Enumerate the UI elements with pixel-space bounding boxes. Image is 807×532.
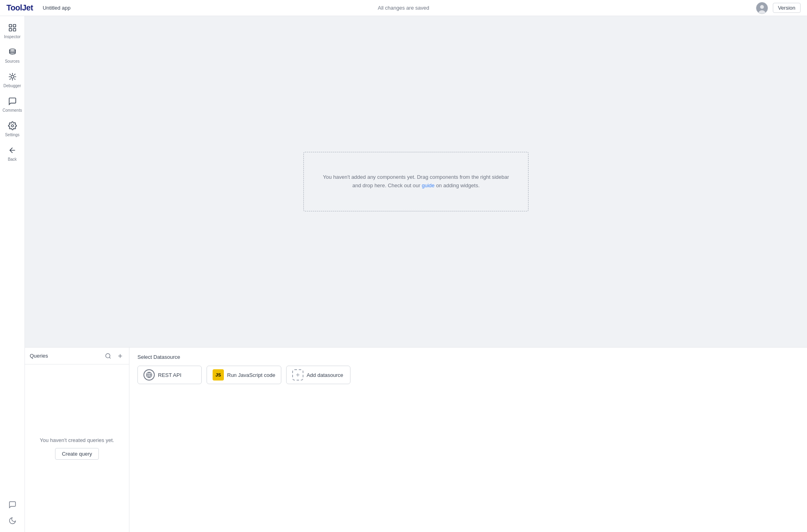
inspector-label: Inspector [4,35,20,39]
back-label: Back [8,157,16,162]
comments-icon [8,97,17,107]
query-list-icons [104,352,124,360]
svg-rect-3 [9,25,11,27]
avatar[interactable] [756,2,768,14]
back-icon [8,146,17,156]
svg-point-7 [9,49,15,51]
canvas-top: You haven't added any components yet. Dr… [25,16,807,347]
no-queries-text: You haven't created queries yet. [40,437,114,443]
add-query-button[interactable] [116,352,124,360]
svg-point-10 [106,354,110,358]
add-datasource-label: Add datasource [307,372,343,378]
svg-point-8 [11,75,14,78]
datasource-run-js[interactable]: JS Run JavaScript code [207,366,281,384]
debugger-icon [8,72,17,82]
svg-rect-5 [9,29,11,31]
svg-point-1 [760,5,764,8]
dark-mode-icon[interactable] [6,514,19,527]
svg-line-11 [109,357,111,358]
settings-label: Settings [5,133,19,137]
guide-link[interactable]: guide [422,182,434,188]
main-layout: Inspector Sources Debugger [0,16,807,532]
search-queries-button[interactable] [104,352,112,360]
sidebar-item-inspector[interactable]: Inspector [1,19,24,43]
topbar: ToolJet Untitled app All changes are sav… [0,0,807,16]
sources-icon [8,48,17,58]
create-query-button[interactable]: Create query [55,448,99,460]
comments-label: Comments [2,108,22,113]
sidebar-item-debugger[interactable]: Debugger [1,68,24,92]
debugger-label: Debugger [4,84,21,88]
run-js-label: Run JavaScript code [227,372,275,378]
query-panel: Queries [25,347,807,532]
sources-label: Sources [5,59,20,63]
drop-zone-line2: and drop here. Check out our guide on ad… [323,182,509,190]
app-title: Untitled app [43,5,70,11]
chat-icon-bottom[interactable] [6,498,19,511]
datasource-add[interactable]: Add datasource [286,366,350,384]
sidebar-item-settings[interactable]: Settings [1,117,24,141]
sidebar-item-comments[interactable]: Comments [1,93,24,117]
run-js-icon: JS [213,369,224,381]
datasource-options: REST API JS Run JavaScript code [137,366,799,384]
canvas-area: You haven't added any components yet. Dr… [25,16,807,532]
left-sidebar: Inspector Sources Debugger [0,16,25,532]
settings-icon [8,121,17,131]
save-status: All changes are saved [378,5,429,11]
drop-zone: You haven't added any components yet. Dr… [303,152,528,211]
select-datasource-title: Select Datasource [137,354,799,360]
sidebar-item-back[interactable]: Back [1,142,24,166]
version-button[interactable]: Version [773,3,801,13]
svg-point-9 [11,125,14,127]
query-list: Queries [25,348,129,532]
sidebar-bottom [6,498,19,527]
drop-zone-line1: You haven't added any components yet. Dr… [323,173,509,182]
query-list-header: Queries [25,348,129,364]
query-list-body: You haven't created queries yet. Create … [25,364,129,532]
drop-zone-text: You haven't added any components yet. Dr… [323,173,509,190]
logo: ToolJet [6,3,33,12]
svg-rect-4 [13,25,15,27]
svg-rect-6 [13,29,15,31]
inspector-icon [8,23,17,33]
query-list-title: Queries [30,353,48,359]
query-editor: Select Datasource REST API [129,348,807,532]
sidebar-item-sources[interactable]: Sources [1,44,24,68]
rest-api-icon [143,369,155,381]
add-datasource-icon [292,369,303,381]
topbar-right: Version [756,2,801,14]
datasource-rest-api[interactable]: REST API [137,366,202,384]
rest-api-label: REST API [158,372,181,378]
